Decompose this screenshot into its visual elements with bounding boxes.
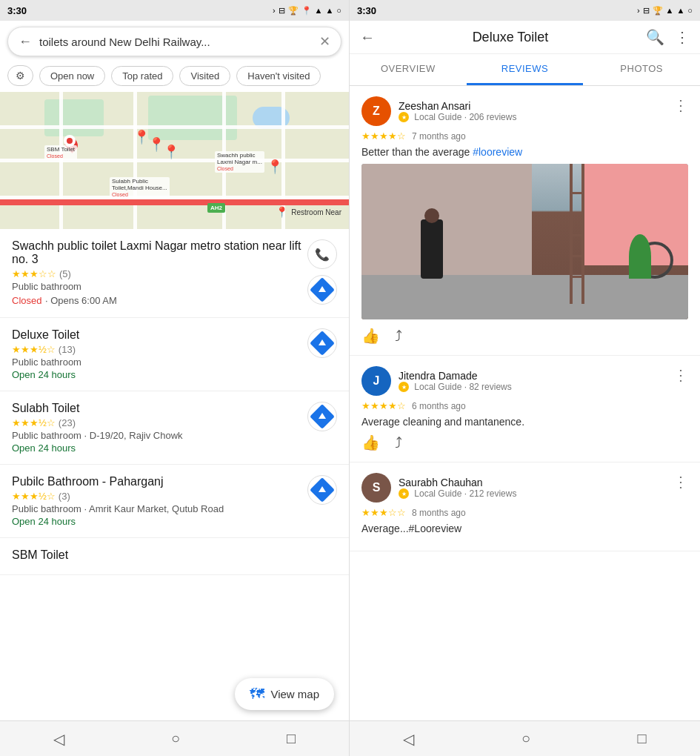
r-wifi-icon: ▲ <box>666 6 674 15</box>
review-stars-1: ★★★★☆ <box>361 130 406 142</box>
review-stars-2: ★★★★☆ <box>361 400 406 411</box>
pin-laxmi[interactable]: 📍 <box>267 159 283 175</box>
review-actions-2: 👍 ⤴ <box>361 434 688 451</box>
list-item: Z Zeeshan Ansari Local Guide · 206 revie… <box>350 86 700 356</box>
result-info-2: Deluxe Toilet ★★★½☆ (13) Public bathroom… <box>12 328 307 380</box>
location-icon: 📍 <box>301 6 312 16</box>
pin-cluster2[interactable]: 📍 <box>148 136 164 153</box>
table-row[interactable]: Sulabh Toilet ★★★½☆ (23) Public bathroom… <box>0 391 349 465</box>
filter-visited[interactable]: Visited <box>179 66 230 86</box>
directions-button-2[interactable] <box>307 328 337 358</box>
local-guide-badge-1 <box>399 112 409 122</box>
filter-havent-visited[interactable]: Haven't visited <box>236 66 321 86</box>
table-row[interactable]: Pubilc Bathroom - Paharganj ★★★½☆ (3) Pu… <box>0 465 349 538</box>
share-button-1[interactable]: ⤴ <box>395 328 402 345</box>
reviewer-details-1: Zeeshan Ansari Local Guide · 206 reviews <box>399 100 516 123</box>
directions-button-1[interactable] <box>307 275 337 305</box>
thumbs-up-icon-2: 👍 <box>361 434 380 451</box>
tab-overview[interactable]: OVERVIEW <box>350 54 467 85</box>
table-row[interactable]: SBM Toilet <box>0 538 349 575</box>
person-head <box>424 208 439 223</box>
filter-open-now[interactable]: Open now <box>39 66 105 86</box>
directions-icon-3 <box>310 404 335 429</box>
street-scene <box>361 164 688 319</box>
reviewer-name-1: Zeeshan Ansari <box>399 100 516 112</box>
reviewer-info-2: J Jitendra Damade Local Guide · 82 revie… <box>361 366 512 396</box>
share-button-2[interactable]: ⤴ <box>395 434 402 451</box>
map-label-sulabh: Sulabh PublicToilet,Mandi House...Closed <box>110 177 170 199</box>
review-time-1: 7 months ago <box>412 131 466 142</box>
review-photo-1[interactable] <box>361 164 688 319</box>
avatar-1: Z <box>361 96 391 126</box>
result-info-1: Swachh public toilet Laxmi Nagar metro s… <box>12 239 307 307</box>
search-bar: ← ✕ <box>7 27 341 56</box>
table-row[interactable]: Swachh public toilet Laxmi Nagar metro s… <box>0 229 349 318</box>
page-title: Deluxe Toilet <box>382 30 639 45</box>
reviewer-meta-2: Local Guide · 82 reviews <box>399 382 512 393</box>
directions-button-3[interactable] <box>307 402 337 431</box>
review-actions-1: 👍 ⤴ <box>361 327 688 345</box>
result-rating-3: ★★★½☆ (23) <box>12 417 307 428</box>
like-button-1[interactable]: 👍 <box>361 327 380 345</box>
pin-cluster3[interactable]: 📍 <box>163 144 179 160</box>
tab-photos[interactable]: PHOTOS <box>583 54 700 85</box>
view-map-button[interactable]: 🗺 View map <box>235 678 334 710</box>
left-time: 3:30 <box>7 5 27 16</box>
right-home-nav-icon[interactable]: ○ <box>507 724 545 753</box>
local-guide-badge-2 <box>399 382 409 392</box>
right-back-nav-icon[interactable]: ◁ <box>388 724 429 754</box>
review-menu-3[interactable]: ⋮ <box>673 473 688 491</box>
screen-icon: ⊟ <box>279 6 285 16</box>
result-name-3: Sulabh Toilet <box>12 402 307 415</box>
phone-button-1[interactable]: 📞 <box>307 239 337 269</box>
back-button[interactable]: ← <box>19 34 32 50</box>
closed-label-1: Closed <box>12 295 41 306</box>
review-menu-1[interactable]: ⋮ <box>673 96 688 114</box>
right-header: ← Deluxe Toilet 🔍 ⋮ <box>350 21 700 54</box>
person-silhouette <box>421 219 443 279</box>
back-nav-icon[interactable]: ◁ <box>39 724 79 754</box>
review-link-1[interactable]: #looreview <box>473 146 522 158</box>
recents-nav-icon[interactable]: □ <box>272 724 310 753</box>
search-input[interactable] <box>39 36 312 48</box>
right-bottom-nav: ◁ ○ □ <box>350 720 700 756</box>
review-menu-2[interactable]: ⋮ <box>673 366 688 384</box>
result-info-4: Pubilc Bathroom - Paharganj ★★★½☆ (3) Pu… <box>12 475 307 527</box>
review-header-2: J Jitendra Damade Local Guide · 82 revie… <box>361 366 688 396</box>
filter-icon-button[interactable]: ⚙ <box>7 65 33 86</box>
result-type-2: Public bathroom <box>12 357 307 368</box>
right-recents-nav-icon[interactable]: □ <box>623 724 661 753</box>
reviewer-info-1: Z Zeeshan Ansari Local Guide · 206 revie… <box>361 96 516 126</box>
address-sep-3: · <box>84 430 90 441</box>
filter-top-rated[interactable]: Top rated <box>111 66 173 86</box>
share-icon-2: ⤴ <box>395 434 402 451</box>
address-3: D-19/20, Rajiv Chowk <box>90 430 183 441</box>
local-guide-badge-3 <box>399 488 409 499</box>
results-wrapper: Swachh public toilet Laxmi Nagar metro s… <box>0 229 349 720</box>
road-h1 <box>0 125 349 129</box>
ladder <box>570 164 584 304</box>
pin-cluster[interactable]: 📍 <box>133 129 150 145</box>
search-button[interactable]: 🔍 <box>646 28 664 46</box>
review-header-1: Z Zeeshan Ansari Local Guide · 206 revie… <box>361 96 688 126</box>
avatar-3: S <box>361 473 391 503</box>
table-row[interactable]: Deluxe Toilet ★★★½☆ (13) Public bathroom… <box>0 318 349 391</box>
directions-button-4[interactable] <box>307 475 337 505</box>
directions-icon-2 <box>310 331 335 356</box>
map-area[interactable]: SBM ToiletClosed 📍 📍 📍 Swachh publicLaxm… <box>0 92 349 229</box>
more-menu-button[interactable]: ⋮ <box>675 28 690 46</box>
like-button-2[interactable]: 👍 <box>361 434 380 451</box>
stars-4: ★★★½☆ <box>12 491 56 502</box>
right-status-bar: 3:30 › ⊟ 🏆 ▲ ▲ ○ <box>350 0 700 21</box>
result-actions-4 <box>307 475 337 505</box>
star-count-2: (13) <box>59 344 76 355</box>
right-back-button[interactable]: ← <box>360 29 375 46</box>
result-type-4: Public bathroom · Amrit Kaur Market, Qut… <box>12 503 307 514</box>
clear-button[interactable]: ✕ <box>319 33 330 50</box>
tab-reviews[interactable]: REVIEWS <box>467 54 584 85</box>
result-status-4: Open 24 hours <box>12 516 307 527</box>
r-screen-icon: ⊟ <box>643 6 650 16</box>
reviews-content: Z Zeeshan Ansari Local Guide · 206 revie… <box>350 86 700 720</box>
home-nav-icon[interactable]: ○ <box>156 724 195 753</box>
reviewer-meta-1: Local Guide · 206 reviews <box>399 112 516 123</box>
